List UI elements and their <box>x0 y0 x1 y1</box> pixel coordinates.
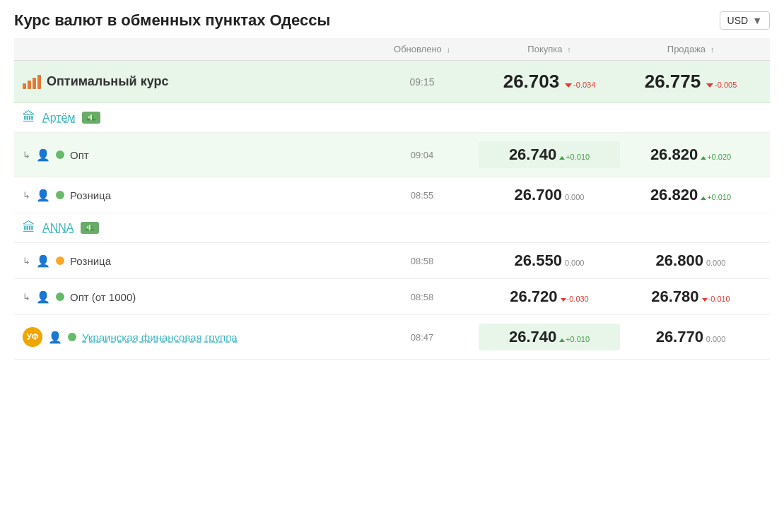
change-down: -0.010 <box>702 295 730 303</box>
sort-sell-icon: ↑ <box>710 45 715 54</box>
change-zero: 0.000 <box>706 259 726 267</box>
bank-icon: 🏛 <box>23 110 35 125</box>
buy-value: 26.700 <box>515 186 562 204</box>
sub-name-cell: ↳ 👤 Опт <box>23 148 365 162</box>
col-updated-header[interactable]: Обновлено ↓ <box>365 44 479 54</box>
ufg-name-cell: УФ 👤 Украинская финансовая группа <box>23 327 365 347</box>
arrow-down-icon <box>706 83 713 88</box>
ufg-time: 08:47 <box>365 332 479 343</box>
change-zero: 0.000 <box>565 259 585 267</box>
sell-value: 26.780 <box>651 288 698 306</box>
optimal-sell-change: -0.005 <box>706 81 737 89</box>
sub-time: 08:58 <box>365 256 479 266</box>
optimal-name-cell: Оптимальный курс <box>23 74 365 89</box>
ufg-buy-cell: 26.740 +0.010 <box>479 324 620 350</box>
sub-time: 09:04 <box>365 150 479 160</box>
col-name-header <box>23 44 365 54</box>
optimal-label: Оптимальный курс <box>47 74 168 89</box>
change-up: +0.010 <box>701 193 731 201</box>
money-icon: 💵 <box>81 222 99 234</box>
arrow-up-icon <box>559 156 565 160</box>
sell-cell: 26.820 +0.020 <box>620 146 761 164</box>
sell-cell: 26.800 0.000 <box>620 252 761 270</box>
exchange-name-cell: 🏛 Артём 💵 <box>23 110 365 125</box>
arrow-down-icon <box>561 298 566 302</box>
page-header: Курс валют в обменных пунктах Одессы USD… <box>14 11 770 30</box>
change-up: +0.010 <box>559 335 590 343</box>
sort-buy-icon: ↑ <box>567 45 571 54</box>
sub-label: Розница <box>70 189 111 201</box>
status-dot <box>56 150 64 159</box>
ufg-row: УФ 👤 Украинская финансовая группа 08:47 … <box>14 315 770 360</box>
sell-value: 26.800 <box>656 252 703 270</box>
status-dot <box>56 191 64 199</box>
status-dot <box>68 333 76 341</box>
table-header: Обновлено ↓ Покупка ↑ Продажа ↑ <box>14 38 770 61</box>
sub-arrow-icon: ↳ <box>23 150 30 160</box>
col-buy-header[interactable]: Покупка ↑ <box>479 44 620 54</box>
person-icon: 👤 <box>36 254 50 268</box>
person-icon: 👤 <box>36 189 50 202</box>
exchange-header-anna: 🏛 ANNA 💵 <box>14 213 770 243</box>
change-up: +0.010 <box>559 153 590 161</box>
ufg-sell-cell: 26.770 0.000 <box>620 328 761 346</box>
sub-name-cell: ↳ 👤 Опт (от 1000) <box>23 290 365 304</box>
change-down: -0.030 <box>561 295 589 303</box>
sub-row-anna-0: ↳ 👤 Розница 08:58 26.550 0.000 26.800 0.… <box>14 243 770 279</box>
sub-name-cell: ↳ 👤 Розница <box>23 254 365 268</box>
optimal-sell-value: 26.775 <box>645 71 701 92</box>
sell-value: 26.820 <box>650 146 698 164</box>
ufg-logo-icon: УФ <box>23 327 42 347</box>
bars-chart-icon <box>23 75 41 89</box>
buy-value: 26.550 <box>515 252 562 270</box>
money-icon: 💵 <box>82 112 100 124</box>
buy-cell: 26.550 0.000 <box>479 252 620 270</box>
sell-cell: 26.780 -0.010 <box>620 288 761 306</box>
optimal-buy-value: 26.703 <box>503 71 560 92</box>
bank-icon: 🏛 <box>23 220 35 235</box>
chevron-down-icon: ▼ <box>752 15 762 26</box>
sell-cell: 26.820 +0.010 <box>620 186 761 204</box>
buy-cell: 26.700 0.000 <box>479 186 620 204</box>
arrow-down-icon <box>702 298 708 302</box>
sub-name-cell: ↳ 👤 Розница <box>23 189 365 202</box>
buy-cell: 26.720 -0.030 <box>479 288 620 306</box>
ufg-sell-value: 26.770 <box>656 328 703 345</box>
buy-value: 26.720 <box>510 288 557 306</box>
sub-time: 08:55 <box>365 190 479 201</box>
exchange-name-link[interactable]: ANNA <box>42 222 74 235</box>
currency-label: USD <box>727 15 749 26</box>
sub-arrow-icon: ↳ <box>23 256 30 266</box>
sub-time: 08:58 <box>365 292 479 302</box>
sub-row-artem-1: ↳ 👤 Розница 08:55 26.700 0.000 26.820 +0… <box>14 177 770 213</box>
sub-row-artem-0: ↳ 👤 Опт 09:04 26.740 +0.010 26.820 +0.02… <box>14 133 770 177</box>
arrow-up-icon <box>701 156 706 160</box>
optimal-row: Оптимальный курс 09:15 26.703 -0.034 26.… <box>14 61 770 103</box>
exchanges-container: 🏛 Артём 💵 ↳ 👤 Опт 09:04 26.740 +0.010 26… <box>14 103 770 315</box>
exchange-name-cell: 🏛 ANNA 💵 <box>23 220 365 235</box>
sort-updated-icon: ↓ <box>446 45 450 54</box>
page-title: Курс валют в обменных пунктах Одессы <box>14 11 330 30</box>
arrow-up-icon <box>701 196 706 200</box>
sell-value: 26.820 <box>650 186 698 204</box>
sub-arrow-icon: ↳ <box>23 292 30 302</box>
optimal-buy-change: -0.034 <box>565 81 595 89</box>
arrow-down-icon <box>565 83 572 88</box>
sub-label: Опт (от 1000) <box>70 291 136 303</box>
exchange-name-link[interactable]: Артём <box>42 112 75 124</box>
change-zero: 0.000 <box>565 193 585 201</box>
col-sell-header[interactable]: Продажа ↑ <box>620 44 761 54</box>
status-dot <box>56 256 64 265</box>
optimal-buy-cell: 26.703 -0.034 <box>479 71 620 93</box>
change-up: +0.020 <box>701 153 731 161</box>
arrow-up-icon <box>559 338 565 342</box>
person-icon: 👤 <box>36 290 50 304</box>
person-icon: 👤 <box>36 148 50 162</box>
ufg-name-link[interactable]: Украинская финансовая группа <box>82 331 238 343</box>
ufg-buy-value: 26.740 <box>509 328 556 345</box>
ufg-container: УФ 👤 Украинская финансовая группа 08:47 … <box>14 315 770 360</box>
currency-selector[interactable]: USD ▼ <box>720 11 770 30</box>
buy-cell-highlighted: 26.740 +0.010 <box>479 141 620 168</box>
buy-value: 26.740 <box>509 146 556 164</box>
exchange-header-artem: 🏛 Артём 💵 <box>14 103 770 133</box>
